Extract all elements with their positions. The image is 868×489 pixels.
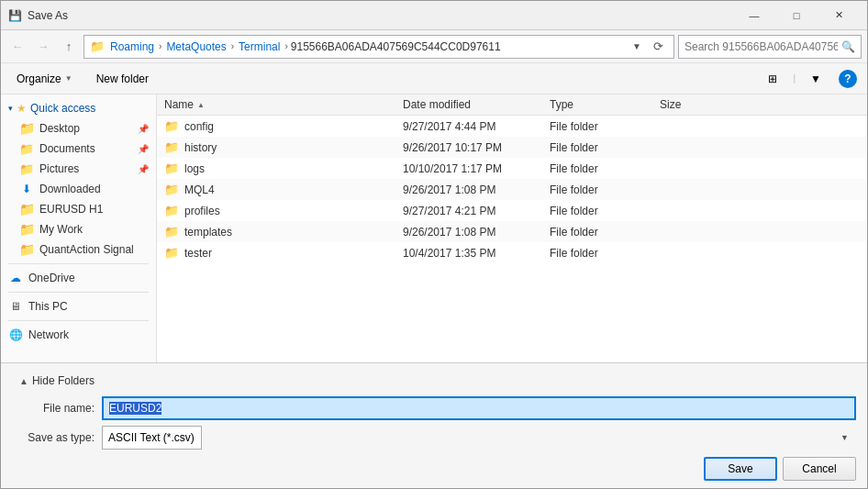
help-icon: ?: [839, 70, 857, 88]
title-bar-left: 💾 Save As: [8, 9, 68, 22]
maximize-button[interactable]: □: [775, 1, 818, 30]
mywork-folder-icon: 📁: [19, 222, 34, 237]
quick-access-star-icon: ★: [17, 102, 27, 115]
sidebar-item-desktop[interactable]: 📁 Desktop 📌: [1, 118, 156, 139]
file-list-header: Name ▲ Date modified Type Size: [157, 94, 867, 116]
table-row[interactable]: 📁 logs 10/10/2017 1:17 PM File folder: [157, 158, 867, 179]
quick-access-section: ▾ ★ Quick access 📁 Desktop 📌 📁 Documents…: [1, 98, 156, 260]
search-box[interactable]: 🔍: [678, 35, 862, 59]
quick-access-label: Quick access: [30, 102, 95, 115]
onedrive-icon: ☁: [8, 271, 23, 285]
savetype-select[interactable]: ASCII Text (*.csv): [102, 426, 202, 450]
sidebar-item-documents[interactable]: 📁 Documents 📌: [1, 139, 156, 159]
file-type-cell: File folder: [542, 203, 652, 219]
save-button[interactable]: Save: [704, 457, 777, 481]
address-bar[interactable]: 📁 Roaming › MetaQuotes › Terminal › 9155…: [83, 35, 674, 59]
table-row[interactable]: 📁 templates 9/26/2017 1:08 PM File folde…: [157, 221, 867, 242]
filename-input[interactable]: [102, 396, 856, 420]
up-button[interactable]: ↑: [58, 36, 80, 58]
desktop-pin-icon: 📌: [138, 124, 149, 134]
col-type-label: Type: [550, 98, 573, 111]
file-size-cell: [652, 125, 726, 128]
view-separator: |: [793, 73, 796, 83]
close-button[interactable]: ✕: [818, 1, 860, 30]
file-type-cell: File folder: [542, 224, 652, 240]
minimize-button[interactable]: —: [733, 1, 775, 30]
view-button[interactable]: ⊞: [760, 67, 785, 91]
cancel-button[interactable]: Cancel: [783, 457, 856, 481]
sidebar-item-network[interactable]: 🌐 Network: [1, 325, 156, 345]
file-date-cell: 10/4/2017 1:35 PM: [395, 245, 542, 261]
breadcrumb-terminal[interactable]: Terminal: [237, 40, 282, 53]
table-row[interactable]: 📁 tester 10/4/2017 1:35 PM File folder: [157, 242, 867, 263]
file-name-cell: 📁 MQL4: [157, 181, 395, 198]
help-button[interactable]: ?: [836, 67, 860, 91]
col-type-header[interactable]: Type: [542, 96, 652, 113]
file-date-cell: 9/27/2017 4:21 PM: [395, 203, 542, 219]
sidebar-divider-1: [8, 263, 149, 264]
back-button[interactable]: ←: [6, 36, 28, 58]
refresh-button[interactable]: ⟳: [648, 37, 668, 57]
breadcrumb-metaquotes[interactable]: MetaQuotes: [164, 40, 228, 53]
sidebar-item-mywork-label: My Work: [39, 223, 83, 236]
sort-arrow-icon: ▲: [197, 101, 205, 109]
folder-icon: 📁: [164, 204, 179, 217]
breadcrumb-roaming[interactable]: Roaming: [108, 40, 156, 53]
view-icon: ⊞: [768, 72, 777, 85]
new-folder-label: New folder: [96, 72, 149, 85]
folder-icon: 📁: [164, 119, 179, 133]
table-row[interactable]: 📁 history 9/26/2017 10:17 PM File folder: [157, 137, 867, 158]
file-rows: 📁 config 9/27/2017 4:44 PM File folder 📁…: [157, 116, 867, 263]
pictures-pin-icon: 📌: [138, 164, 149, 174]
new-folder-button[interactable]: New folder: [88, 67, 157, 91]
sidebar-item-quantaction-label: QuantAction Signal: [39, 243, 134, 256]
file-type-cell: File folder: [542, 161, 652, 177]
sidebar-item-pictures[interactable]: 📁 Pictures 📌: [1, 159, 156, 179]
quantaction-folder-icon: 📁: [19, 242, 34, 257]
file-date-cell: 9/26/2017 10:17 PM: [395, 139, 542, 156]
table-row[interactable]: 📁 profiles 9/27/2017 4:21 PM File folder: [157, 200, 867, 221]
sidebar-item-quantaction[interactable]: 📁 QuantAction Signal: [1, 239, 156, 260]
sidebar-item-thispc-label: This PC: [28, 300, 68, 313]
view-dropdown-button[interactable]: ▼: [803, 67, 829, 91]
organize-button[interactable]: Organize ▼: [8, 67, 81, 91]
file-size-cell: [652, 188, 726, 192]
folder-icon: 📁: [90, 39, 105, 53]
title-bar: 💾 Save As — □ ✕: [1, 1, 867, 30]
desktop-folder-icon: 📁: [19, 121, 34, 136]
sidebar-divider-2: [8, 292, 149, 293]
col-name-label: Name: [164, 98, 194, 111]
savetype-wrapper: ASCII Text (*.csv): [102, 426, 856, 450]
hide-folders-area: ▲ Hide Folders: [12, 371, 856, 391]
form-actions: Save Cancel: [12, 457, 856, 481]
main-content: ▾ ★ Quick access 📁 Desktop 📌 📁 Documents…: [1, 94, 867, 362]
sidebar-item-thispc[interactable]: 🖥 This PC: [1, 296, 156, 317]
window-icon: 💾: [8, 9, 22, 22]
address-dropdown-button[interactable]: ▼: [629, 41, 644, 51]
col-date-header[interactable]: Date modified: [395, 96, 542, 113]
pictures-folder-icon: 📁: [19, 161, 34, 176]
sidebar-item-onedrive[interactable]: ☁ OneDrive: [1, 268, 156, 288]
sidebar-item-mywork[interactable]: 📁 My Work: [1, 219, 156, 239]
hide-folders-label: Hide Folders: [32, 374, 95, 387]
sidebar-item-downloaded[interactable]: ⬇ Downloaded: [1, 179, 156, 199]
navigation-toolbar: ← → ↑ 📁 Roaming › MetaQuotes › Terminal …: [1, 30, 867, 63]
search-input[interactable]: [684, 40, 838, 53]
documents-pin-icon: 📌: [138, 144, 149, 154]
col-size-header[interactable]: Size: [652, 96, 726, 113]
organize-label: Organize: [17, 72, 61, 85]
quick-access-header[interactable]: ▾ ★ Quick access: [1, 98, 156, 118]
window-title: Save As: [28, 9, 68, 22]
sidebar-item-eurusd[interactable]: 📁 EURUSD H1: [1, 199, 156, 219]
table-row[interactable]: 📁 MQL4 9/26/2017 1:08 PM File folder: [157, 179, 867, 200]
thispc-icon: 🖥: [8, 299, 23, 314]
organize-dropdown-arrow: ▼: [65, 74, 72, 83]
sidebar-item-eurusd-label: EURUSD H1: [39, 203, 103, 216]
col-name-header[interactable]: Name ▲: [157, 96, 395, 113]
save-as-dialog: 💾 Save As — □ ✕ ← → ↑ 📁 Roaming › MetaQu…: [0, 0, 868, 489]
table-row[interactable]: 📁 config 9/27/2017 4:44 PM File folder: [157, 116, 867, 137]
file-type-cell: File folder: [542, 182, 652, 198]
hide-folders-button[interactable]: ▲ Hide Folders: [19, 374, 95, 387]
file-name: history: [184, 141, 217, 154]
forward-button[interactable]: →: [32, 36, 54, 58]
